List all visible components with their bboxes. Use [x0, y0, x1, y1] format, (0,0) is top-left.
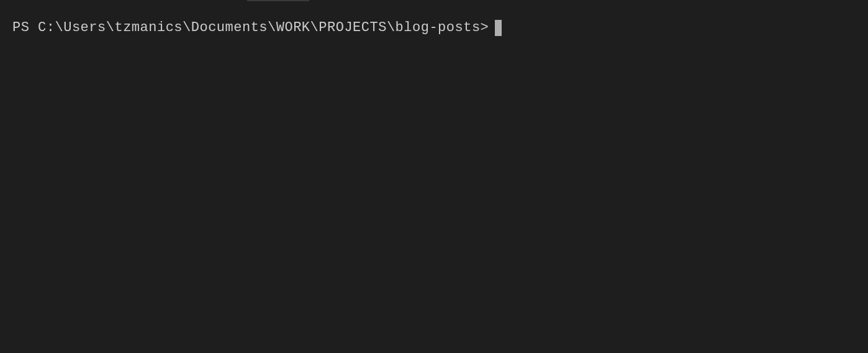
prompt-text: PS C:\Users\tzmanics\Documents\WORK\PROJ… [12, 19, 489, 38]
cursor [495, 20, 502, 36]
terminal-panel[interactable]: PS C:\Users\tzmanics\Documents\WORK\PROJ… [0, 0, 868, 353]
tab-indicator [247, 0, 309, 1]
prompt-line: PS C:\Users\tzmanics\Documents\WORK\PROJ… [12, 19, 856, 38]
